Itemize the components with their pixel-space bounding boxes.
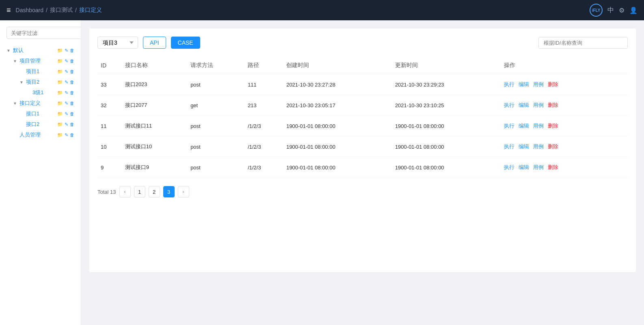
tree-row-api2[interactable]: ▶ 接口2 📁 ✎ 🗑 (19, 119, 74, 129)
cell-name: 测试接口10 (122, 136, 187, 157)
action-用例[interactable]: 用例 (533, 164, 544, 170)
action-执行[interactable]: 执行 (504, 81, 514, 87)
action-编辑[interactable]: 编辑 (519, 164, 529, 170)
tree-label-api1: 接口1 (26, 110, 56, 117)
tab-api-button[interactable]: API (143, 37, 166, 49)
page-3-button[interactable]: 3 (163, 186, 175, 197)
tree-row-project2[interactable]: ▼ 项目2 📁 ✎ 🗑 (19, 77, 74, 87)
menu-icon[interactable]: ≡ (6, 6, 11, 15)
layout: 创建接口 ▼ 默认 📁 ✎ 🗑 ▼ 项目管理 (0, 20, 644, 325)
delete-icon[interactable]: 🗑 (70, 80, 74, 85)
action-执行[interactable]: 执行 (504, 164, 514, 170)
delete-icon[interactable]: 🗑 (70, 69, 74, 74)
action-编辑[interactable]: 编辑 (519, 143, 529, 150)
tree-row-hr[interactable]: ▶ 人员管理 📁 ✎ 🗑 (13, 130, 74, 140)
tree-node-default: ▼ 默认 📁 ✎ 🗑 ▼ 项目管理 📁 ✎ (6, 46, 74, 140)
search-input[interactable] (538, 37, 628, 49)
cell-created: 2021-10-30 23:27:28 (283, 74, 392, 95)
table-row: 9测试接口9post/1/2/31900-01-01 08:00:001900-… (97, 157, 628, 178)
folder-icon[interactable]: 📁 (57, 90, 63, 95)
action-执行[interactable]: 执行 (504, 123, 514, 129)
action-编辑[interactable]: 编辑 (519, 102, 529, 108)
cell-updated: 1900-01-01 08:00:00 (392, 157, 501, 178)
folder-icon[interactable]: 📁 (57, 101, 63, 106)
tree-node-project-mgmt: ▼ 项目管理 📁 ✎ 🗑 ▶ 项目1 (13, 56, 74, 98)
action-执行[interactable]: 执行 (504, 102, 514, 108)
action-执行[interactable]: 执行 (504, 143, 514, 150)
tree-label-project1: 项目1 (26, 68, 56, 75)
breadcrumb-dashboard[interactable]: Dashboard (16, 7, 44, 13)
cell-name: 测试接口11 (122, 116, 187, 136)
main-content: 项目3 项目1 项目2 API CASE ID 接口名称 请求方法 路径 创建时… (81, 20, 644, 325)
edit-icon[interactable]: ✎ (65, 111, 68, 117)
lang-icon[interactable]: 中 (607, 6, 614, 15)
edit-icon[interactable]: ✎ (65, 69, 68, 74)
prev-page-button[interactable]: ‹ (119, 186, 131, 197)
table-row: 11测试接口11post/1/2/31900-01-01 08:00:00190… (97, 116, 628, 136)
tab-case-button[interactable]: CASE (171, 37, 200, 49)
cell-id: 10 (97, 136, 122, 157)
edit-icon[interactable]: ✎ (65, 132, 68, 138)
page-2-button[interactable]: 2 (149, 186, 160, 197)
arrow-icon: ▼ (13, 59, 18, 63)
edit-icon[interactable]: ✎ (65, 58, 68, 64)
cell-id: 11 (97, 116, 122, 136)
pagination: Total 13 ‹ 1 2 3 › (97, 186, 628, 197)
cell-path: /1/2/3 (244, 136, 283, 157)
tree-label-api2: 接口2 (26, 121, 56, 128)
tree-row-project1[interactable]: ▶ 项目1 📁 ✎ 🗑 (19, 67, 74, 76)
action-用例[interactable]: 用例 (533, 102, 544, 108)
action-删除[interactable]: 删除 (548, 143, 558, 150)
action-删除[interactable]: 删除 (548, 102, 558, 108)
delete-icon[interactable]: 🗑 (70, 111, 74, 117)
tree-row-project-mgmt[interactable]: ▼ 项目管理 📁 ✎ 🗑 (13, 56, 74, 66)
keyword-input[interactable] (6, 27, 81, 39)
delete-icon[interactable]: 🗑 (70, 58, 74, 64)
delete-icon[interactable]: 🗑 (70, 48, 74, 53)
tree-row-api1[interactable]: ▶ 接口1 📁 ✎ 🗑 (19, 109, 74, 119)
table-row: 10测试接口10post/1/2/31900-01-01 08:00:00190… (97, 136, 628, 157)
folder-icon[interactable]: 📁 (57, 58, 63, 64)
folder-icon[interactable]: 📁 (57, 111, 63, 117)
tree-label-project-mgmt: 项目管理 (19, 57, 56, 65)
action-用例[interactable]: 用例 (533, 143, 544, 150)
action-删除[interactable]: 删除 (548, 123, 558, 129)
action-删除[interactable]: 删除 (548, 164, 558, 170)
sidebar-toolbar: 创建接口 (6, 27, 74, 39)
delete-icon[interactable]: 🗑 (70, 122, 74, 127)
edit-icon[interactable]: ✎ (65, 101, 68, 106)
edit-icon[interactable]: ✎ (65, 122, 68, 127)
action-用例[interactable]: 用例 (533, 123, 544, 129)
tree-row-level3[interactable]: ▶ 3级1 📁 ✎ 🗑 (26, 88, 74, 98)
edit-icon[interactable]: ✎ (65, 80, 68, 85)
folder-icon[interactable]: 📁 (57, 132, 63, 138)
folder-icon[interactable]: 📁 (57, 122, 63, 127)
tree-row-api-def[interactable]: ▼ 接口定义 📁 ✎ 🗑 (13, 98, 74, 108)
delete-icon[interactable]: 🗑 (70, 90, 74, 95)
next-page-button[interactable]: › (178, 186, 189, 197)
project-select[interactable]: 项目3 项目1 项目2 (97, 37, 138, 49)
cell-updated: 2021-10-30 23:29:23 (392, 74, 501, 95)
cell-name: 接口2077 (122, 95, 187, 116)
breadcrumb-api-test[interactable]: 接口测试 (50, 6, 73, 14)
settings-icon[interactable]: ⚙ (619, 6, 625, 14)
user-icon[interactable]: 👤 (629, 6, 638, 14)
folder-icon[interactable]: 📁 (57, 80, 63, 85)
edit-icon[interactable]: ✎ (65, 90, 68, 95)
delete-icon[interactable]: 🗑 (70, 132, 74, 138)
folder-icon[interactable]: 📁 (57, 48, 63, 53)
data-table: ID 接口名称 请求方法 路径 创建时间 更新时间 操作 33接口2023pos… (97, 57, 628, 178)
folder-icon[interactable]: 📁 (57, 69, 63, 74)
action-编辑[interactable]: 编辑 (519, 123, 529, 129)
action-删除[interactable]: 删除 (548, 81, 558, 87)
delete-icon[interactable]: 🗑 (70, 101, 74, 106)
action-用例[interactable]: 用例 (533, 81, 544, 87)
cell-updated: 2021-10-30 23:10:25 (392, 95, 501, 116)
action-编辑[interactable]: 编辑 (519, 81, 529, 87)
cell-path: /1/2/3 (244, 116, 283, 136)
tree-label-hr: 人员管理 (19, 131, 56, 139)
edit-icon[interactable]: ✎ (65, 48, 68, 53)
tree-row-default[interactable]: ▼ 默认 📁 ✎ 🗑 (6, 46, 74, 55)
page-1-button[interactable]: 1 (134, 186, 145, 197)
cell-method: post (187, 116, 244, 136)
